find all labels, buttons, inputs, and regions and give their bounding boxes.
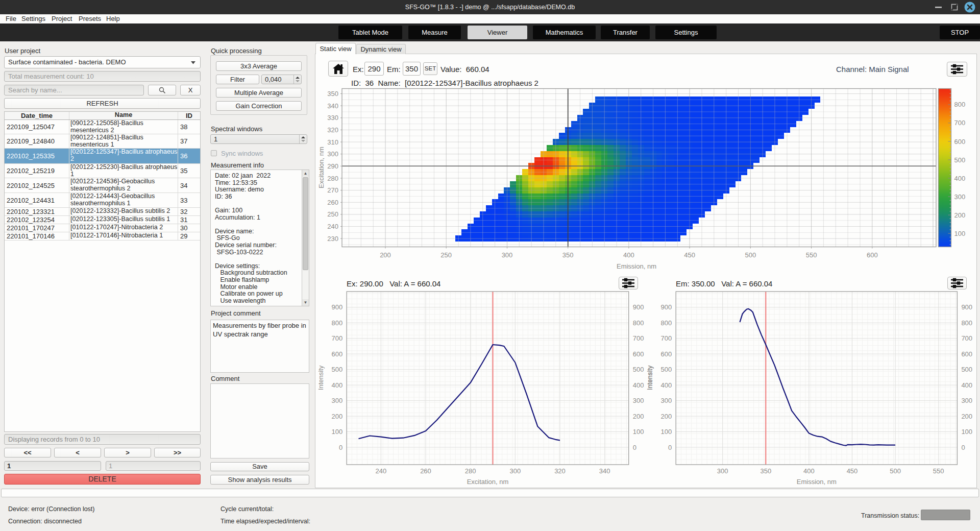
svg-text:400: 400 — [331, 381, 342, 389]
svg-text:400: 400 — [803, 467, 815, 475]
svg-text:100: 100 — [331, 428, 342, 436]
svg-text:350: 350 — [327, 90, 338, 98]
svg-text:0: 0 — [961, 444, 965, 451]
svg-text:500: 500 — [890, 467, 901, 475]
svg-text:300: 300 — [502, 251, 513, 259]
svg-text:240: 240 — [327, 223, 338, 230]
svg-text:280: 280 — [327, 175, 338, 182]
svg-text:400: 400 — [633, 381, 644, 389]
svg-text:250: 250 — [327, 210, 338, 218]
svg-text:240: 240 — [375, 467, 386, 475]
svg-text:300: 300 — [961, 397, 972, 404]
svg-text:350: 350 — [562, 251, 574, 259]
svg-text:300: 300 — [717, 467, 728, 475]
svg-text:340: 340 — [599, 467, 610, 475]
svg-text:250: 250 — [440, 251, 452, 259]
svg-text:450: 450 — [684, 251, 695, 259]
svg-text:900: 900 — [961, 303, 972, 311]
svg-text:500: 500 — [633, 366, 644, 373]
svg-text:Emission, nm: Emission, nm — [617, 262, 656, 270]
svg-text:500: 500 — [745, 251, 756, 259]
svg-text:0: 0 — [668, 444, 672, 451]
svg-text:400: 400 — [954, 175, 966, 182]
svg-text:260: 260 — [327, 199, 338, 206]
svg-text:270: 270 — [327, 186, 338, 194]
svg-text:550: 550 — [933, 467, 944, 475]
svg-text:800: 800 — [660, 319, 672, 327]
svg-text:600: 600 — [660, 350, 672, 358]
svg-text:Emission, nm: Emission, nm — [797, 478, 837, 486]
svg-text:700: 700 — [961, 334, 972, 342]
svg-text:300: 300 — [633, 397, 644, 404]
svg-text:600: 600 — [961, 350, 972, 358]
svg-text:550: 550 — [806, 251, 817, 259]
svg-text:900: 900 — [633, 303, 644, 311]
svg-text:350: 350 — [760, 467, 771, 475]
svg-text:300: 300 — [660, 397, 672, 404]
svg-text:500: 500 — [961, 366, 972, 373]
svg-text:Intensity: Intensity — [317, 365, 325, 390]
svg-text:100: 100 — [954, 230, 966, 237]
svg-text:310: 310 — [327, 138, 338, 146]
svg-text:400: 400 — [961, 381, 972, 389]
svg-text:340: 340 — [327, 102, 338, 110]
svg-text:200: 200 — [380, 251, 391, 259]
svg-text:700: 700 — [633, 334, 644, 342]
svg-text:400: 400 — [623, 251, 634, 259]
svg-text:700: 700 — [331, 334, 342, 342]
svg-text:600: 600 — [867, 251, 878, 259]
svg-text:Excitation, nm: Excitation, nm — [467, 478, 509, 486]
svg-text:800: 800 — [961, 319, 972, 327]
svg-text:Intensity: Intensity — [646, 365, 653, 390]
svg-text:260: 260 — [420, 467, 431, 475]
svg-text:200: 200 — [954, 211, 966, 219]
svg-text:0: 0 — [339, 444, 342, 451]
svg-text:600: 600 — [954, 138, 966, 146]
svg-text:800: 800 — [331, 319, 342, 327]
svg-text:450: 450 — [847, 467, 858, 475]
svg-text:320: 320 — [327, 126, 338, 134]
svg-text:100: 100 — [961, 428, 972, 436]
svg-text:330: 330 — [327, 114, 338, 122]
svg-text:100: 100 — [660, 428, 672, 436]
svg-text:500: 500 — [954, 156, 966, 164]
svg-text:800: 800 — [633, 319, 644, 327]
svg-text:500: 500 — [660, 366, 672, 373]
svg-text:230: 230 — [327, 235, 338, 243]
svg-text:300: 300 — [954, 193, 966, 201]
svg-text:300: 300 — [331, 397, 342, 404]
svg-text:200: 200 — [660, 413, 672, 420]
svg-text:200: 200 — [633, 413, 644, 420]
svg-text:Excitation, nm: Excitation, nm — [317, 147, 325, 188]
svg-text:200: 200 — [331, 413, 342, 420]
svg-text:900: 900 — [660, 303, 672, 311]
svg-text:200: 200 — [961, 413, 972, 420]
svg-text:900: 900 — [331, 303, 342, 311]
svg-text:700: 700 — [954, 119, 966, 127]
svg-text:300: 300 — [509, 467, 521, 475]
svg-text:600: 600 — [331, 350, 342, 358]
svg-text:0: 0 — [633, 444, 636, 451]
svg-text:300: 300 — [327, 150, 338, 158]
svg-text:290: 290 — [327, 162, 338, 170]
svg-text:400: 400 — [660, 381, 672, 389]
svg-text:700: 700 — [660, 334, 672, 342]
svg-text:500: 500 — [331, 366, 342, 373]
svg-text:280: 280 — [465, 467, 476, 475]
svg-text:800: 800 — [954, 101, 966, 108]
svg-text:100: 100 — [633, 428, 644, 436]
svg-text:320: 320 — [554, 467, 566, 475]
svg-text:600: 600 — [633, 350, 644, 358]
